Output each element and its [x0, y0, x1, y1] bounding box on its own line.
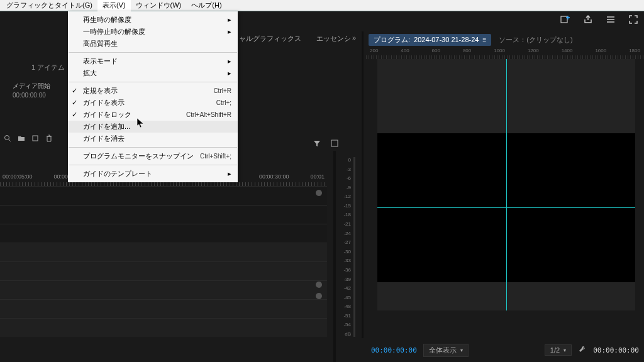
menu-view[interactable]: 表示(V)	[97, 0, 131, 11]
timeline-tracks[interactable]	[0, 186, 327, 362]
ruler-label: 200	[370, 48, 378, 53]
menu-playback-resolution[interactable]: 再生時の解像度▸	[68, 14, 238, 26]
chevron-down-icon: ▾	[564, 348, 566, 353]
svg-rect-9	[331, 140, 338, 146]
export-icon[interactable]	[582, 14, 594, 25]
meter-label: -15	[341, 203, 351, 209]
meter-label: -39	[341, 277, 351, 282]
ruler-label: 1600	[595, 48, 606, 53]
fullscreen-icon[interactable]	[628, 14, 639, 25]
menu-clear-guides[interactable]: ガイドを消去	[68, 133, 238, 145]
guide-vertical[interactable]	[506, 59, 507, 310]
menu-pause-resolution[interactable]: 一時停止時の解像度▸	[68, 26, 238, 38]
program-ruler[interactable]: 200 400 600 800 1000 1200 1400 1600 1800	[366, 48, 644, 59]
panel-tabs-partial: ャルグラフィックス エッセンシ	[239, 34, 351, 43]
main-menubar: グラフィックとタイトル(G) 表示(V) ウィンドウ(W) ヘルプ(H)	[0, 0, 644, 11]
submenu-arrow-icon: ▸	[228, 16, 231, 24]
track-handle[interactable]	[316, 282, 322, 288]
tab-essential-partial[interactable]: エッセンシ	[316, 34, 351, 43]
ruler-label: 1800	[629, 48, 640, 53]
meter-label: -36	[341, 267, 351, 273]
playhead-timecode[interactable]: 00:00:00:00	[371, 346, 417, 354]
menu-lock-guides[interactable]: ✓ガイドをロックCtrl+Alt+Shift+R	[68, 109, 238, 121]
meter-label: -18	[341, 212, 351, 217]
filter-icon[interactable]	[313, 140, 321, 148]
ruler-label: 00:01	[310, 173, 325, 180]
folder-icon[interactable]	[18, 134, 25, 143]
svg-line-7	[9, 140, 11, 141]
search-icon[interactable]	[4, 134, 11, 143]
menu-separator	[69, 82, 237, 82]
guide-horizontal[interactable]	[377, 207, 635, 208]
ruler-label: 00:00:30:00	[259, 173, 289, 180]
meter-label: -33	[341, 258, 351, 263]
shortcut-label: Ctrl+;	[216, 99, 231, 106]
menu-separator	[69, 52, 237, 53]
program-controls-bar: 00:00:00:00 全体表示▾ 1/2▾ 00:00:00:00	[366, 338, 644, 362]
chevron-down-icon: ▾	[460, 348, 463, 353]
ruler-label: 800	[463, 48, 471, 53]
menu-window[interactable]: ウィンドウ(W)	[131, 0, 187, 11]
ruler-label: 1200	[528, 48, 539, 53]
svg-point-6	[5, 136, 9, 140]
menu-help[interactable]: ヘルプ(H)	[186, 0, 226, 11]
resolution-dropdown[interactable]: 1/2▾	[545, 344, 572, 356]
zoom-dropdown[interactable]: 全体表示▾	[423, 344, 469, 357]
menu-show-rulers[interactable]: ✓定規を表示Ctrl+R	[68, 85, 238, 97]
meter-label: -6	[341, 175, 351, 181]
duration-timecode[interactable]: 00:00:00:00	[593, 346, 639, 354]
program-canvas[interactable]	[377, 59, 635, 310]
tab-program-name: 2024-07-30 21-28-24	[414, 36, 479, 43]
menu-separator	[69, 147, 237, 148]
view-menu-dropdown: 再生時の解像度▸ 一時停止時の解像度▸ 高品質再生 表示モード▸ 拡大▸ ✓定規…	[68, 11, 238, 182]
menu-add-guide[interactable]: ガイドを追加...	[68, 121, 238, 133]
panel-menu-icon[interactable]: ≡	[482, 36, 486, 43]
menu-graphics[interactable]: グラフィックとタイトル(G)	[1, 0, 97, 11]
audio-meter: 0 -3 -6 -9 -12 -15 -18 -21 -24 -27 -30 -…	[341, 157, 360, 337]
submenu-arrow-icon: ▸	[228, 170, 231, 178]
more-tabs-icon[interactable]: »	[352, 34, 356, 41]
menu-display-mode[interactable]: 表示モード▸	[68, 55, 238, 67]
essential-graphics-icons	[313, 140, 338, 148]
program-monitor-panel: プログラム: 2024-07-30 21-28-24 ≡ ソース：(クリップなし…	[366, 33, 644, 338]
wrench-icon[interactable]	[578, 345, 587, 355]
tab-program-active[interactable]: プログラム: 2024-07-30 21-28-24 ≡	[369, 34, 491, 46]
list-icon[interactable]	[605, 14, 616, 25]
shortcut-label: Ctrl+Shift+;	[200, 153, 231, 160]
ruler-label: 1000	[494, 48, 505, 53]
tab-essential-graphics-partial[interactable]: ャルグラフィックス	[239, 34, 301, 43]
menu-magnification[interactable]: 拡大▸	[68, 67, 238, 79]
check-icon: ✓	[72, 111, 77, 119]
new-workspace-icon[interactable]	[560, 14, 571, 25]
zoom-value: 全体表示	[429, 346, 457, 355]
menu-high-quality-playback[interactable]: 高品質再生	[68, 38, 238, 50]
meter-label: 0	[341, 157, 351, 163]
check-icon: ✓	[72, 99, 77, 107]
trash-icon[interactable]	[45, 134, 53, 143]
svg-rect-8	[33, 136, 38, 141]
menu-show-guides[interactable]: ✓ガイドを表示Ctrl+;	[68, 97, 238, 109]
menu-snap-program-monitor[interactable]: プログラムモニターをスナップインCtrl+Shift+;	[68, 150, 238, 162]
meter-label: -9	[341, 185, 351, 190]
meter-label: -24	[341, 231, 351, 236]
panel-divider[interactable]	[333, 151, 336, 362]
meter-label: dB	[341, 331, 351, 337]
ruler-label: 1400	[562, 48, 573, 53]
meter-label: -3	[341, 167, 351, 172]
meter-label: -45	[341, 295, 351, 300]
project-item-count: 1 アイテム	[31, 63, 65, 72]
ruler-label: 400	[401, 48, 409, 53]
ruler-label: 600	[432, 48, 440, 53]
tab-source[interactable]: ソース：(クリップなし)	[499, 35, 572, 45]
menu-guide-templates[interactable]: ガイドのテンプレート▸	[68, 168, 238, 180]
new-item-icon[interactable]	[331, 140, 338, 148]
label-icon[interactable]	[31, 134, 39, 143]
shortcut-label: Ctrl+Alt+Shift+R	[186, 111, 231, 118]
panel-divider[interactable]	[362, 31, 364, 338]
track-handle[interactable]	[316, 293, 322, 299]
resolution-value: 1/2	[550, 346, 560, 354]
submenu-arrow-icon: ▸	[228, 28, 231, 36]
menu-separator	[69, 165, 237, 165]
column-media-start[interactable]: メディア開始	[13, 82, 50, 90]
track-handle[interactable]	[316, 190, 322, 196]
